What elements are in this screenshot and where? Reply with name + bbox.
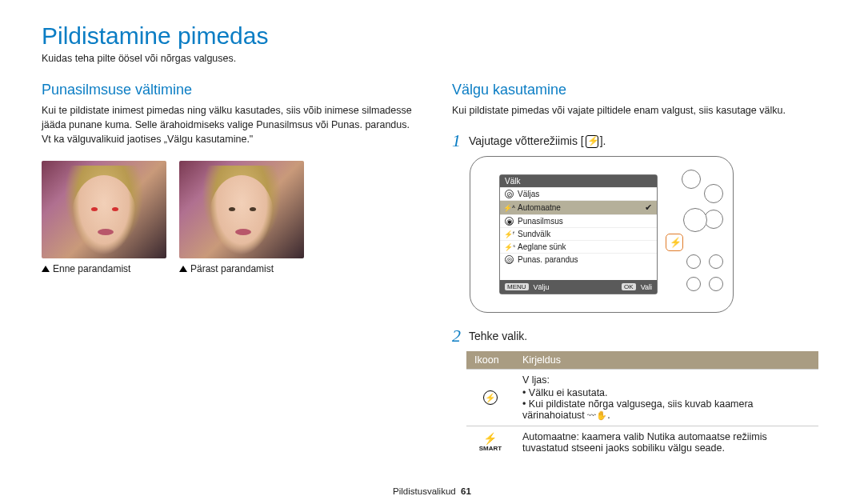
right-body: Kui pildistate pimedas või vajate piltid… [452,103,822,118]
redeye-fix-icon: ◎ [505,255,514,264]
step-1: 1 Vajutage võtterežiimis []. [452,132,822,150]
redeye-icon: ◉ [505,217,514,226]
camera-button [686,254,701,269]
photo-after [179,161,304,258]
caption-after-text: Pärast parandamist [190,263,274,274]
table-row: SMART Automaatne: kaamera valib Nutika a… [466,426,818,459]
menu-item-slow: ⚡ˢAeglane sünk [500,240,657,253]
page-title: Pildistamine pimedas [42,22,822,50]
left-body: Kui te pildistate inimest pimedas ning v… [42,103,412,146]
menu-label: MENU [505,283,529,290]
menu-item-redeyefix: ◎Punas. parandus [500,253,657,266]
camera-button [709,254,723,269]
th-desc: Kirjeldus [514,351,818,370]
smart-auto-icon: SMART [479,432,502,452]
flash-off-icon: ⚡ [483,390,498,405]
page-subtitle: Kuidas teha pilte öösel või nõrgas valgu… [42,53,822,64]
camera-illustration: Välk ⊘Väljas ⚡ᴬAutomaatne✔ ◉Punasilmsus … [470,156,734,313]
camera-button [682,170,701,189]
menu-header: Välk [500,175,657,187]
fill-flash-icon: ⚡ᶠ [505,230,514,238]
triangle-up-icon [179,266,187,272]
step-number: 1 [452,132,461,150]
row1-bullet1: Välku ei kasutata. [522,387,810,398]
th-icon: Ikoon [466,351,514,370]
check-icon: ✔ [645,202,652,213]
menu-item-off: ⊘Väljas [500,187,657,200]
right-heading: Välgu kasutamine [452,82,822,98]
menu-item-redeye: ◉Punasilmsus [500,214,657,227]
flash-auto-icon: ⚡ᴬ [505,203,514,212]
step-1-text: Vajutage võtterežiimis []. [469,132,606,148]
camera-button [686,277,701,291]
left-heading: Punasilmsuse vältimine [42,82,412,98]
caption-after: Pärast parandamist [179,263,304,274]
options-table: Ikoon Kirjeldus ⚡ V ljas: Välku ei kasut… [466,351,818,458]
camera-button [704,184,723,203]
ok-label: OK [622,283,636,290]
triangle-up-icon [42,266,50,272]
step-number: 2 [452,327,461,345]
step-2-text: Tehke valik. [469,327,527,342]
row1-title: V ljas: [522,374,550,386]
step-2: 2 Tehke valik. [452,327,822,345]
caption-before-text: Enne parandamist [53,263,130,274]
row1-bullet2: Kui pildistate nõrga valgusega, siis kuv… [522,398,810,421]
camera-dpad [683,208,707,232]
row2-desc: Automaatne: kaamera valib Nutika automaa… [514,426,818,459]
caption-before: Enne parandamist [42,263,166,274]
flash-button-highlight [666,234,683,251]
flash-off-icon: ⊘ [505,190,514,198]
menu-footer: MENUVälju OKVali [500,280,657,294]
example-photos [42,161,412,258]
flash-button-icon [586,135,598,148]
table-row: ⚡ V ljas: Välku ei kasutata. Kui pildist… [466,370,818,426]
menu-item-auto: ⚡ᴬAutomaatne✔ [500,200,657,214]
photo-before [42,161,166,258]
slow-sync-icon: ⚡ˢ [505,242,514,251]
left-column: Punasilmsuse vältimine Kui te pildistate… [42,82,412,458]
shake-warning-icon: 〰✋ [587,410,607,420]
right-column: Välgu kasutamine Kui pildistate pimedas … [452,82,822,458]
camera-screen: Välk ⊘Väljas ⚡ᴬAutomaatne✔ ◉Punasilmsus … [499,174,658,294]
camera-button [709,277,723,291]
menu-item-fill: ⚡ᶠSundvälk [500,227,657,240]
page-footer: Pildistusvalikud 61 [0,486,864,496]
